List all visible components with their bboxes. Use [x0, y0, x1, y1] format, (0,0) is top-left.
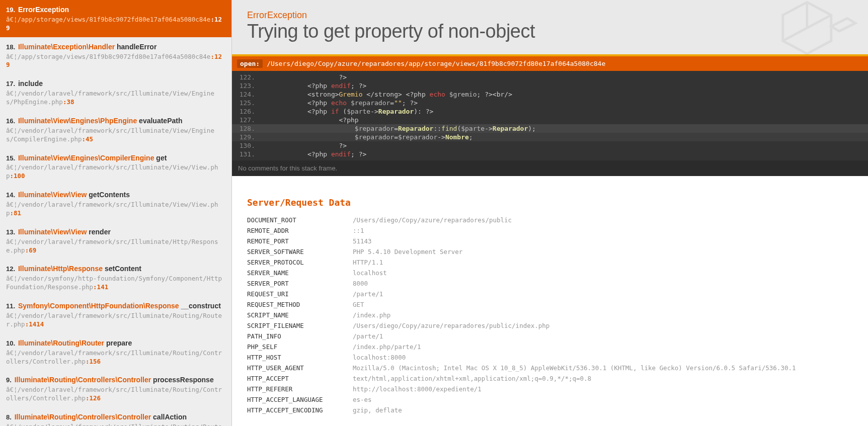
server-row: PATH_INFO/parte/1	[247, 331, 853, 342]
stack-frame[interactable]: 14. Illuminate\View\View getContentsâ€¦/…	[0, 185, 231, 222]
frame-class: Illuminate\Routing\Controllers\Controlle…	[15, 413, 151, 421]
server-value: gzip, deflate	[353, 405, 853, 415]
frame-path: â€¦/app/storage/views/81f9b8c9072fd80e17…	[6, 53, 225, 70]
frame-number: 16.	[6, 117, 15, 125]
exception-message: Trying to get property of non-object	[247, 21, 853, 42]
server-value: Mozilla/5.0 (Macintosh; Intel Mac OS X 1…	[353, 363, 853, 373]
server-value: text/html,application/xhtml+xml,applicat…	[353, 373, 853, 384]
open-label: open:	[237, 59, 263, 68]
stack-frame[interactable]: 18. Illuminate\Exception\Handler handleE…	[0, 37, 231, 74]
stack-frame[interactable]: 10. Illuminate\Routing\Router prepareâ€¦…	[0, 333, 231, 371]
code-line: 129. $reparador=$reparador->Nombre;	[232, 133, 868, 141]
server-row: HTTP_USER_AGENTMozilla/5.0 (Macintosh; I…	[247, 363, 853, 373]
server-row: REQUEST_METHODGET	[247, 299, 853, 310]
server-key: PHP_SELF	[247, 342, 353, 352]
frame-path: â€¦/vendor/laravel/framework/src/Illumin…	[6, 127, 225, 144]
server-row: REMOTE_ADDR::1	[247, 225, 853, 236]
server-row: HTTP_REFERERhttp://localhost:8000/expedi…	[247, 384, 853, 394]
stack-frame[interactable]: 17. includeâ€¦/vendor/laravel/framework/…	[0, 74, 231, 111]
stack-frames-sidebar: 19. ErrorException â€¦/app/storage/views…	[0, 0, 232, 426]
server-row: REMOTE_PORT51143	[247, 236, 853, 246]
frame-path: â€¦/vendor/laravel/framework/src/Illumin…	[6, 238, 225, 255]
stack-frame[interactable]: 19. ErrorException â€¦/app/storage/views…	[0, 0, 231, 37]
server-row: REQUEST_URI/parte/1	[247, 289, 853, 299]
frame-path: â€¦/vendor/laravel/framework/src/Illumin…	[6, 386, 225, 403]
server-row: SERVER_PROTOCOLHTTP/1.1	[247, 257, 853, 268]
code-line: 126. <?php if ($parte->Reparador): ?>	[232, 107, 868, 116]
server-key: REMOTE_PORT	[247, 236, 353, 246]
server-key: HTTP_USER_AGENT	[247, 363, 353, 373]
code-line: 122. ?>	[232, 73, 868, 81]
frame-method: handleError	[117, 43, 156, 51]
frame-class: Illuminate\Routing\Router	[18, 339, 104, 347]
code-line: 130. ?>	[232, 141, 868, 150]
frame-number: 13.	[6, 228, 15, 236]
server-key: HTTP_ACCEPT_ENCODING	[247, 405, 353, 415]
server-value: /Users/diego/Copy/azure/reparadores/publ…	[353, 215, 853, 225]
code-line: 125. <?php echo $reparador=""; ?>	[232, 99, 868, 107]
frame-number: 15.	[6, 154, 15, 162]
stack-frame[interactable]: 9. Illuminate\Routing\Controllers\Contro…	[0, 370, 231, 407]
server-row: HTTP_ACCEPTtext/html,application/xhtml+x…	[247, 373, 853, 384]
server-key: SERVER_SOFTWARE	[247, 246, 353, 257]
server-key: SERVER_PROTOCOL	[247, 257, 353, 268]
frame-path: â€¦/vendor/symfony/http-foundation/Symfo…	[6, 275, 225, 292]
server-key: REMOTE_ADDR	[247, 225, 353, 236]
frame-method: getContents	[89, 191, 130, 199]
main-panel: ErrorException Trying to get property of…	[232, 0, 868, 426]
frame-path: â€¦/app/storage/views/81f9b8c9072fd80e17…	[6, 16, 225, 33]
server-key: HTTP_ACCEPT_LANGUAGE	[247, 394, 353, 405]
frame-number: 10.	[6, 339, 15, 347]
server-row: SERVER_PORT8000	[247, 278, 853, 289]
source-code: 122. ?>123. <?php endif; ?>124. <strong>…	[232, 71, 868, 160]
frame-method: __construct	[181, 302, 221, 310]
stack-frame[interactable]: 16. Illuminate\View\Engines\PhpEngine ev…	[0, 111, 231, 148]
stack-frame[interactable]: 15. Illuminate\View\Engines\CompilerEngi…	[0, 148, 231, 186]
source-file-path: /Users/diego/Copy/azure/reparadores/app/…	[267, 60, 605, 67]
frame-class: Symfony\Component\HttpFoundation\Respons…	[18, 302, 179, 310]
stack-frame[interactable]: 8. Illuminate\Routing\Controllers\Contro…	[0, 407, 231, 426]
frame-method: setContent	[105, 265, 141, 273]
server-key: HTTP_HOST	[247, 352, 353, 363]
frame-class: Illuminate\View\View	[18, 191, 87, 199]
server-key: SERVER_PORT	[247, 278, 353, 289]
frame-comments: No comments for this stack frame.	[232, 160, 868, 176]
frame-number: 9.	[6, 376, 12, 384]
frame-class: Illuminate\Routing\Controllers\Controlle…	[15, 376, 151, 384]
server-value: /parte/1	[353, 331, 853, 342]
exception-header: ErrorException Trying to get property of…	[232, 0, 868, 54]
frame-number: 11.	[6, 302, 15, 310]
server-row: HTTP_HOSTlocalhost:8000	[247, 352, 853, 363]
code-line: 123. <?php endif; ?>	[232, 81, 868, 90]
stack-frame[interactable]: 13. Illuminate\View\View renderâ€¦/vendo…	[0, 222, 231, 260]
server-data-title: Server/Request Data	[232, 176, 868, 215]
stack-frame[interactable]: 12. Illuminate\Http\Response setContentâ…	[0, 259, 231, 296]
code-line: 131. <?php endif; ?>	[232, 150, 868, 158]
frame-class: Illuminate\View\Engines\PhpEngine	[18, 117, 137, 125]
frame-method: render	[89, 228, 111, 236]
frame-method: evaluatePath	[139, 117, 182, 125]
frame-number: 8.	[6, 413, 12, 421]
frame-path: â€¦/vendor/laravel/framework/src/Illumin…	[6, 423, 225, 426]
server-value: /index.php	[353, 310, 853, 320]
frame-number: 12.	[6, 265, 15, 273]
server-row: SERVER_SOFTWAREPHP 5.4.10 Development Se…	[247, 246, 853, 257]
frame-path: â€¦/vendor/laravel/framework/src/Illumin…	[6, 90, 225, 107]
server-key: SCRIPT_NAME	[247, 310, 353, 320]
frame-class: Illuminate\View\View	[18, 228, 87, 236]
stack-frame[interactable]: 11. Symfony\Component\HttpFoundation\Res…	[0, 296, 231, 333]
server-key: SCRIPT_FILENAME	[247, 320, 353, 331]
server-key: REQUEST_URI	[247, 289, 353, 299]
frame-method: get	[156, 154, 167, 162]
server-key: HTTP_ACCEPT	[247, 373, 353, 384]
server-value: 51143	[353, 236, 853, 246]
server-row: SERVER_NAMElocalhost	[247, 268, 853, 278]
whoops-container: 19. ErrorException â€¦/app/storage/views…	[0, 0, 868, 426]
server-row: HTTP_ACCEPT_ENCODINGgzip, deflate	[247, 405, 853, 415]
frame-class: Illuminate\Exception\Handler	[18, 43, 115, 51]
server-key: HTTP_REFERER	[247, 384, 353, 394]
server-value: es-es	[353, 394, 853, 405]
server-value: localhost	[353, 268, 853, 278]
server-row: DOCUMENT_ROOT/Users/diego/Copy/azure/rep…	[247, 215, 853, 225]
server-key: PATH_INFO	[247, 331, 353, 342]
